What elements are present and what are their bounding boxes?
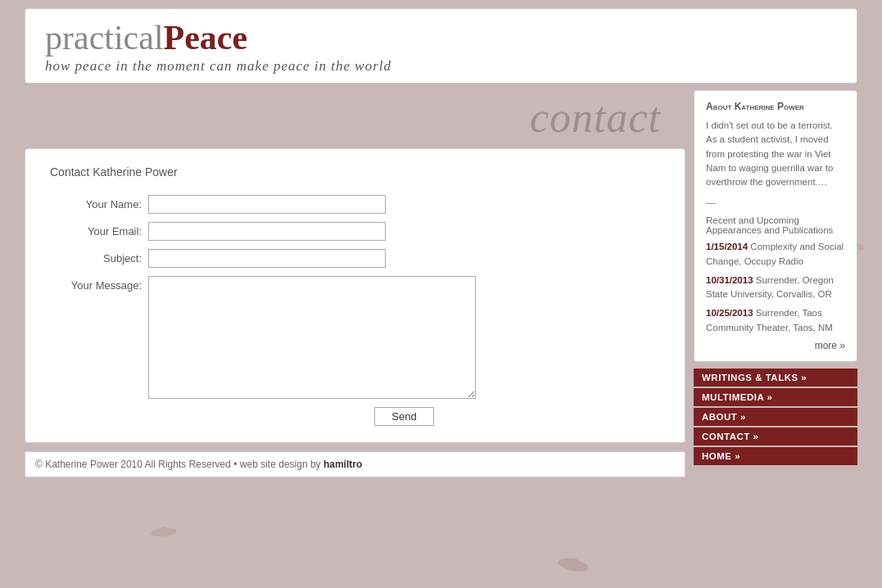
page-heading: contact [25,90,694,148]
footer-separator: • [233,459,237,470]
sidebar-nav-multimedia[interactable]: Multimedia » [694,388,857,406]
event-date-2: 10/31/2013 [706,275,753,285]
footer-design-text: web site design by [240,459,321,470]
sidebar-nav-home[interactable]: Home » [694,447,857,465]
subject-label: Subject: [50,252,148,265]
sidebar-bio-box: About Katherine Power I didn't set out t… [694,90,857,362]
name-label: Your Name: [50,198,148,210]
message-label: Your Message: [50,276,148,292]
site-title-part2: Peace [164,19,248,57]
event-date-3: 10/25/2013 [706,308,753,318]
email-label: Your Email: [50,225,148,237]
footer: © Katherine Power 2010 All Rights Reserv… [25,451,685,477]
sidebar-dash: — [706,197,845,209]
send-button[interactable]: Send [374,407,433,426]
message-row: Your Message: [50,276,660,399]
content-area: contact Contact Katherine Power Your Nam… [25,90,694,477]
sidebar-bio-title: About Katherine Power [706,101,845,112]
sidebar-section-title: Recent and Upcoming Appearances and Publ… [706,215,845,235]
sidebar-more: more » [706,340,845,351]
sidebar-nav-contact[interactable]: Contact » [694,427,857,446]
header: practicalPeace how peace in the moment c… [25,8,857,84]
subject-row: Subject: [50,249,660,268]
name-input[interactable] [148,195,386,214]
svg-point-9 [151,527,178,538]
sidebar-event-1: 1/15/2014 Complexity and Social Change, … [706,240,845,269]
svg-point-10 [557,556,590,574]
sidebar-event-2: 10/31/2013 Surrender, Oregon State Unive… [706,274,845,302]
event-date-1: 1/15/2014 [706,242,748,251]
footer-designer-link[interactable]: hamiltro [323,459,362,470]
footer-copyright: © Katherine Power 2010 All Rights Reserv… [35,459,231,470]
name-row: Your Name: [50,195,660,214]
sidebar: About Katherine Power I didn't set out t… [694,90,857,477]
sidebar-nav-writings[interactable]: Writings & Talks » [694,369,857,387]
site-tagline: how peace in the moment can make peace i… [45,58,837,75]
email-row: Your Email: [50,222,660,241]
sidebar-nav: Writings & Talks » Multimedia » About » … [694,369,857,465]
email-input[interactable] [148,222,386,241]
send-row: Send [148,407,660,426]
contact-form-box: Contact Katherine Power Your Name: Your … [25,148,685,443]
site-title: practicalPeace [45,20,837,55]
sidebar-nav-about[interactable]: About » [694,408,857,426]
site-title-part1: practical [45,19,164,57]
more-link[interactable]: more » [815,340,845,351]
subject-input[interactable] [148,249,386,268]
sidebar-bio-text: I didn't set out to be a terrorist. As a… [706,119,845,189]
form-title: Contact Katherine Power [50,165,660,179]
message-textarea[interactable] [148,276,476,399]
sidebar-event-3: 10/25/2013 Surrender, Taos Community The… [706,306,845,335]
